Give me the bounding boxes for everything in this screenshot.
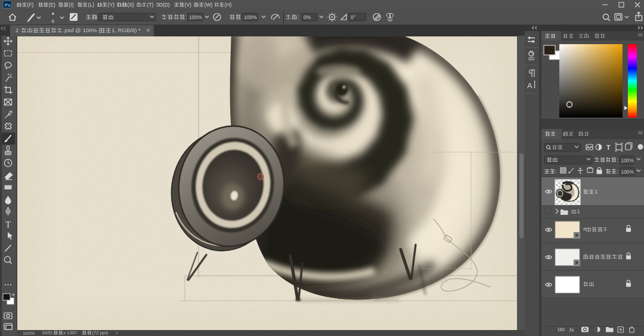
svg-text:(T): (T) [147,2,154,8]
svg-text:T: T [5,220,11,229]
svg-text:Ps: Ps [5,2,11,8]
svg-text:1: 1 [577,208,580,214]
svg-text:(V): (V) [185,2,192,8]
svg-text:T: T [606,144,611,151]
svg-text:(E): (E) [49,2,56,8]
svg-text:.psd @ 100% (: .psd @ 100% ( [63,27,101,33]
svg-text:3D(D): 3D(D) [156,2,170,8]
svg-text:100%: 100% [244,14,257,20]
svg-text:3: 3 [603,226,606,232]
svg-text:100%: 100% [23,331,35,336]
svg-text::: : [556,168,558,174]
svg-text:fx: fx [569,326,575,333]
svg-text:(Y): (Y) [108,2,115,8]
svg-text:(F): (F) [27,2,34,8]
svg-text::: : [617,156,619,163]
svg-text::: : [617,168,619,174]
svg-text:0%: 0% [304,14,311,20]
svg-text:A: A [527,81,532,90]
svg-text:100%: 100% [189,14,202,20]
svg-text:(L): (L) [88,2,95,8]
svg-text:0°: 0° [351,14,355,20]
svg-text:1, RGB/8) *: 1, RGB/8) * [112,27,141,33]
svg-text:(S): (S) [128,2,135,8]
svg-text:#: # [583,226,587,232]
svg-text:x 1357: x 1357 [63,330,77,335]
svg-text:(I): (I) [69,2,74,8]
svg-text:6: 6 [52,19,55,24]
svg-text:(H): (H) [225,2,232,8]
svg-text:(W): (W) [205,2,213,8]
svg-text:1: 1 [595,188,597,195]
svg-text:100%: 100% [621,169,634,175]
svg-text:100%: 100% [621,158,634,164]
svg-text:2: 2 [16,27,18,33]
svg-text::: : [298,14,299,20]
svg-text:1920: 1920 [42,330,52,335]
svg-text:(72 ppi): (72 ppi) [92,330,108,335]
